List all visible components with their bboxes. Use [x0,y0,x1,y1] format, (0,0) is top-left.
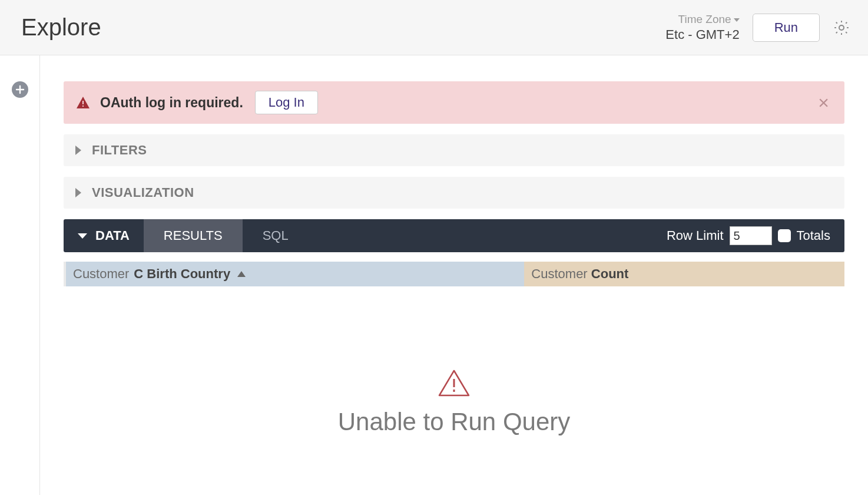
totals-label: Totals [797,228,830,243]
oauth-alert: OAuth log in required. Log In × [64,81,844,124]
alert-message: OAuth log in required. [100,95,243,111]
svg-rect-4 [453,390,455,392]
warning-icon [438,369,471,397]
timezone-selector[interactable]: Time Zone Etc - GMT+2 [665,12,739,42]
chevron-down-icon [734,18,740,22]
page-title: Explore [21,14,101,41]
close-icon: × [818,92,829,113]
warning-icon [75,95,91,110]
gear-icon [833,19,850,37]
svg-rect-3 [453,379,455,387]
run-button[interactable]: Run [753,14,820,42]
row-limit-label: Row Limit [667,228,724,243]
svg-point-0 [839,25,844,30]
sql-tab[interactable]: SQL [243,219,309,252]
dimension-name: C Birth Country [134,266,230,282]
error-message: Unable to Run Query [64,408,844,436]
login-button[interactable]: Log In [255,91,318,114]
timezone-value: Etc - GMT+2 [665,27,739,43]
caret-right-icon [75,146,81,155]
error-area: Unable to Run Query [64,369,844,436]
column-headers: Customer C Birth Country Customer Count [64,262,844,286]
sort-asc-icon [237,271,246,277]
data-tab[interactable]: DATA [64,219,144,252]
column-header-count[interactable]: Customer Count [524,262,844,286]
results-tab[interactable]: RESULTS [144,219,243,252]
svg-rect-1 [82,101,84,104]
totals-checkbox[interactable] [778,229,791,242]
alert-close-button[interactable]: × [814,93,833,112]
timezone-label: Time Zone [665,12,739,27]
measure-prefix: Customer [531,266,587,281]
svg-rect-2 [82,105,84,107]
header-bar: Explore Time Zone Etc - GMT+2 Run [0,0,868,55]
filters-label: FILTERS [92,143,147,158]
caret-down-icon [78,233,87,239]
column-header-birth-country[interactable]: Customer C Birth Country [64,262,524,286]
left-rail [0,55,40,495]
main-content: OAuth log in required. Log In × FILTERS … [40,55,868,495]
measure-name: Count [591,266,629,281]
add-button[interactable] [12,81,28,98]
caret-right-icon [75,188,81,197]
visualization-panel[interactable]: VISUALIZATION [64,177,844,209]
filters-panel[interactable]: FILTERS [64,134,844,166]
visualization-label: VISUALIZATION [92,185,194,200]
settings-button[interactable] [833,19,850,37]
dimension-prefix: Customer [73,266,129,282]
data-tab-label: DATA [95,228,130,243]
data-bar: DATA RESULTS SQL Row Limit Totals [64,219,844,252]
row-limit-input[interactable] [730,226,772,245]
header-right: Time Zone Etc - GMT+2 Run [665,12,850,42]
plus-icon [15,85,25,94]
